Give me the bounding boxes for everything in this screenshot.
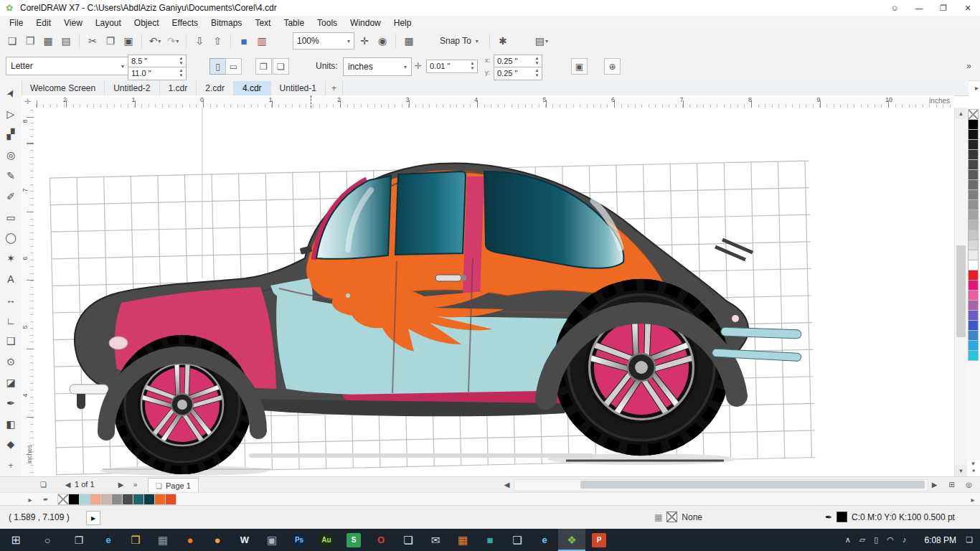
paste-icon[interactable]: ▣ [121,32,136,50]
color-swatch[interactable] [968,300,979,311]
taskbar-amber-app-icon[interactable]: ● [204,529,231,551]
show-grid-icon[interactable]: ▦ [401,32,417,50]
application-launcher-icon[interactable]: ■ [236,32,252,50]
cut-icon[interactable]: ✂ [85,32,100,50]
ellipse-tool[interactable]: ◯ [2,230,19,247]
next-page-button[interactable]: ▶ [115,479,127,491]
menu-bitmaps[interactable]: Bitmaps [204,16,248,30]
tab-4-cdr[interactable]: 4.cdr [234,81,271,95]
paper-height-field[interactable]: 11.0 " ▲▼ [128,67,187,80]
menu-text[interactable]: Text [248,16,277,30]
document-palette-more-button[interactable]: ▸ [967,494,979,505]
color-swatch[interactable] [968,330,979,341]
horizontal-scrollbar[interactable] [514,479,928,491]
color-swatch[interactable] [968,280,979,291]
toolbar-launcher-button[interactable]: ▤▾ [534,32,550,50]
menu-tools[interactable]: Tools [311,16,344,30]
palette-flyout-button[interactable]: ◂ [971,467,974,474]
account-icon[interactable]: ☺ [882,0,907,16]
tablet-icon[interactable]: ▱ [859,535,865,544]
menu-table[interactable]: Table [277,16,311,30]
redo-button[interactable]: ↷▾ [165,32,181,50]
taskbar-notepad-icon[interactable]: ❏ [395,529,422,551]
import-icon[interactable]: ⇩ [192,32,207,50]
current-page-button[interactable]: ❏ [273,58,289,75]
freehand-tool[interactable]: ✎ [2,167,19,184]
palette-scroll-down-button[interactable]: ▼ [971,461,976,467]
scroll-down-button[interactable]: ▼ [955,465,967,476]
publish-pdf-icon[interactable]: ▥ [254,32,270,50]
drop-shadow-tool[interactable]: ❑ [2,333,19,350]
color-swatch[interactable] [968,240,979,250]
vertical-scroll-thumb[interactable] [956,245,966,337]
hidden-icons-icon[interactable]: ∧ [845,535,851,544]
tab-untitled-1[interactable]: Untitled-1 [271,81,326,95]
color-swatch[interactable] [968,310,979,321]
color-swatch[interactable] [968,340,979,351]
search-button[interactable]: ○ [32,529,63,551]
nudge-field[interactable]: 0.01 " ▲▼ [426,60,478,73]
document-color-swatch[interactable] [90,494,101,505]
taskbar-opera-icon[interactable]: O [367,529,395,551]
document-color-swatch[interactable] [133,494,144,505]
undo-button[interactable]: ↶▾ [147,32,163,50]
snap-to-button[interactable]: Snap To▾ [434,32,484,50]
taskbar-internet-explorer-icon[interactable]: e [531,529,558,551]
status-flyout-button[interactable]: ▶ [86,511,100,525]
all-pages-button[interactable]: ❐ [255,58,272,75]
last-page-button[interactable]: » [129,479,141,491]
color-swatch[interactable] [968,159,979,170]
color-swatch[interactable] [968,149,979,160]
document-palette-flyout-button[interactable]: ▸ [24,494,36,505]
color-swatch[interactable] [968,220,979,230]
taskbar-white-doc-icon[interactable]: ❏ [504,529,531,551]
document-color-swatch[interactable] [143,494,155,505]
contour-tool[interactable]: ⊙ [2,353,19,370]
taskbar-office-orange-icon[interactable]: ▦ [449,529,476,551]
shape-tool[interactable]: ▷ [2,105,19,123]
drawing-canvas[interactable] [34,108,954,476]
vertical-scrollbar[interactable]: ▲ ▼ [954,108,967,476]
units-select[interactable]: inches▾ [343,57,412,76]
color-swatch[interactable] [968,260,979,270]
menu-layout[interactable]: Layout [89,16,128,30]
start-button[interactable]: ⊞ [0,529,32,551]
treat-as-filled-button[interactable]: ▣ [571,58,588,75]
action-center-button[interactable]: ❏ [966,535,973,545]
taskbar-clock[interactable]: 6:08 PM [924,535,956,545]
taskbar-mail-icon[interactable]: ✉ [422,529,449,551]
portrait-button[interactable]: ▯ [209,58,226,75]
color-swatch[interactable] [968,189,979,200]
zoom-level-combo[interactable]: 100%▾ [293,32,354,50]
color-swatch[interactable] [968,230,979,240]
taskbar-audition-icon[interactable]: Au [313,529,340,551]
crop-tool[interactable]: ▞ [2,126,19,143]
taskbar-file-explorer-icon[interactable]: ❒ [122,529,149,551]
export-icon[interactable]: ⇧ [209,32,225,50]
toolbox-overflow-button[interactable]: + [2,456,19,474]
save-icon[interactable]: ▦ [40,32,56,50]
network-icon[interactable]: ◠ [887,535,894,544]
pick-tool[interactable]: ➤ [0,82,22,105]
ruler-origin-button[interactable]: ✛ [22,95,34,108]
full-screen-preview-icon[interactable]: ◉ [374,32,390,50]
smart-fill-tool[interactable]: ◆ [2,436,19,453]
menu-window[interactable]: Window [344,16,387,30]
tab-scroll-button[interactable]: ▸ [975,80,979,95]
taskbar-photoshop-icon[interactable]: Ps [286,529,313,551]
print-icon[interactable]: ▤ [58,32,74,50]
connector-tool[interactable]: ∟ [2,312,19,329]
propbar-more-button[interactable]: » [961,58,976,73]
restore-button[interactable]: ❐ [931,0,956,16]
volume-icon[interactable]: ♪ [903,535,907,544]
menu-effects[interactable]: Effects [166,16,204,30]
hscroll-right-button[interactable]: ▶ [928,479,941,491]
tab-untitled-2[interactable]: Untitled-2 [105,81,159,95]
taskbar-green-app-icon[interactable]: S [340,529,367,551]
color-eyedropper-tool[interactable]: ✒ [2,395,19,412]
zoom-fit-icon[interactable]: ◎ [963,479,975,491]
rectangle-tool[interactable]: ▭ [2,209,19,226]
tab-2-cdr[interactable]: 2.cdr [197,81,234,95]
document-color-swatch[interactable] [79,494,90,505]
open-icon[interactable]: ❒ [22,32,38,50]
